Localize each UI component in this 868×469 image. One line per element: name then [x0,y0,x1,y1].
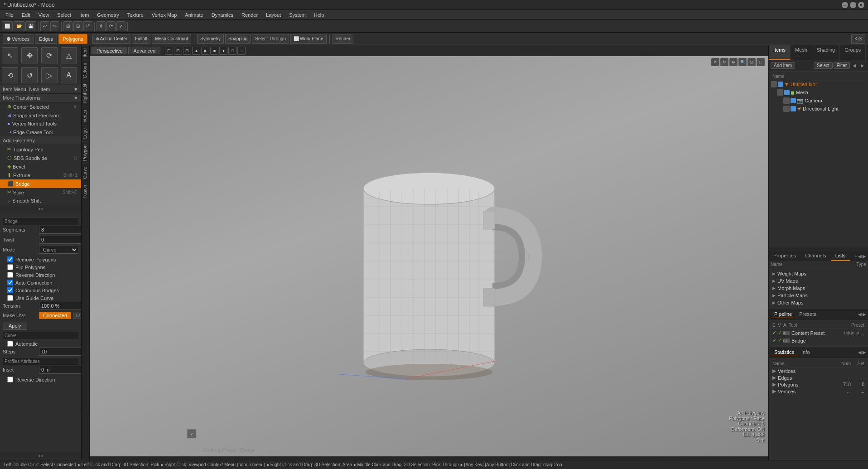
tool-move[interactable]: ✥ [96,21,106,31]
camera-label[interactable]: Camera [805,98,822,103]
vp-icon-3[interactable]: ■ [210,47,218,55]
properties-tab[interactable]: Properties [769,251,800,261]
groups-tab[interactable]: Groups [840,45,866,60]
smooth-shift-item[interactable]: ⬦ Smooth Shift [0,197,81,205]
snaps-precision-item[interactable]: ⊞ Snaps and Precision [0,111,81,120]
tool-scale[interactable]: ⤢ [116,21,125,31]
continuous-bridges-checkbox[interactable] [7,287,13,293]
edges-stats-item[interactable]: ▶ Edges ... ... [771,374,866,381]
morph-maps-item[interactable]: ▶ Morph Maps [771,285,866,292]
items-scrollbar[interactable] [769,247,868,251]
weight-maps-item[interactable]: ▶ Weight Maps [771,270,866,277]
pipeline-expand2-btn[interactable]: ▶ [863,312,866,317]
ribbon-tab-edge[interactable]: Edge [82,125,89,141]
select-button[interactable]: Select [814,62,833,69]
expand-bottom-btn[interactable]: >> [0,452,81,460]
close-button[interactable]: ✕ [858,2,864,8]
tool-new[interactable]: ⬜ [2,21,13,31]
vis-icon-camera[interactable] [783,97,790,104]
vp-nav-zoom[interactable]: 🔍 [738,58,747,66]
prop-collapse-btn[interactable]: ◀ [858,254,862,259]
pipeline-item-2[interactable]: ✓ ✓ m Bridge [771,337,866,344]
stats-expand2-btn[interactable]: ▶ [863,350,866,355]
action-center-button[interactable]: ⊕ Action Center [92,34,131,44]
particle-maps-item[interactable]: ▶ Particle Maps [771,292,866,299]
menu-animate[interactable]: Animate [181,11,207,19]
menu-layout[interactable]: Layout [262,11,285,19]
menu-render[interactable]: Render [238,11,261,19]
light-label[interactable]: Directional Light [803,106,839,111]
vp-icon-6[interactable]: ○ [237,47,246,55]
vp-icon-5[interactable]: □ [228,47,236,55]
tool-undo[interactable]: ↩ [40,21,49,31]
vertex-normal-item[interactable]: ● Vertex Normal Tools [0,120,81,128]
ribbon-tab-fusion[interactable]: Fusion [82,182,89,201]
kits-button[interactable]: Kits [851,34,865,44]
vp-nav-look[interactable]: ◎ [747,58,756,66]
vp-nav-rotate-ccw[interactable]: ↺ [711,58,719,66]
vp-icon-2[interactable]: ▶ [201,47,209,55]
render-icon-root[interactable] [778,82,783,87]
tool-b[interactable]: ↺ [21,67,38,83]
topology-pen-item[interactable]: ✏ Topology Pen [0,145,81,154]
uv-maps-item[interactable]: ▶ UV Maps [771,277,866,285]
pipeline-tab[interactable]: Pipeline [771,310,796,318]
menu-geometry[interactable]: Geometry [93,11,122,19]
info-tab[interactable]: Info [798,348,813,356]
menu-dynamics[interactable]: Dynamics [208,11,237,19]
vp-mode-1[interactable]: ⊡ [165,47,173,55]
twist-input[interactable] [39,236,81,244]
statistics-tab[interactable]: Statistics [771,348,798,356]
more-transforms-header[interactable]: More Transforms ▼ [0,94,81,102]
tool-loop[interactable]: ↺ [83,21,92,31]
snapping-button[interactable]: Snapping [225,34,251,44]
auto-connection-checkbox[interactable] [7,280,13,285]
segments-input[interactable] [39,226,81,234]
apply-button[interactable]: Apply [3,322,27,330]
panel-collapse-btn[interactable]: ◀ [851,63,858,68]
tool-move-3d[interactable]: ✥ [21,47,38,63]
menu-texture[interactable]: Texture [124,11,147,19]
advanced-tab[interactable]: Advanced [128,47,160,54]
pipeline-expand-btn[interactable]: ◀ [858,312,862,317]
tool-select[interactable]: ↖ [2,47,18,63]
ribbon-tab-deform[interactable]: Deform [82,60,89,81]
mesh-label[interactable]: Mesh [796,90,808,95]
tool-rotate-3d[interactable]: ⟳ [41,47,58,63]
menu-select[interactable]: Select [53,11,75,19]
reverse-direction2-checkbox[interactable] [7,377,13,382]
select-through-button[interactable]: Select Through [252,34,289,44]
remove-polygons-checkbox[interactable] [7,256,13,262]
vp-nav-square[interactable]: □ [757,58,765,66]
bevel-item[interactable]: ◈ Bevel [0,162,81,171]
vis-icon-light[interactable] [783,106,790,112]
use-guide-curve-checkbox[interactable] [7,295,13,301]
tool-d[interactable]: A [61,67,77,83]
render-button[interactable]: Render [333,34,354,44]
perspective-tab[interactable]: Perspective [92,47,127,54]
bridge-item[interactable]: ⬛ Bridge [0,179,81,188]
ribbon-tab-polygon[interactable]: Polygon [82,141,89,164]
tool-redo[interactable]: ↪ [50,21,59,31]
tool-select-all[interactable]: ⊞ [63,21,72,31]
render-icon-light[interactable] [791,106,796,111]
lists-tab[interactable]: Lists [831,251,850,261]
uv-u-btn[interactable]: U [73,312,81,319]
slice-item[interactable]: ✂ Slice Shift+C [0,188,81,197]
vertex-mode-button[interactable]: Vertices [3,34,34,44]
steps-input[interactable] [39,348,81,356]
tool-deselect[interactable]: ⊟ [73,21,82,31]
vp-nav-fit[interactable]: ⊕ [729,58,738,66]
shading-tab[interactable]: Shading [812,45,840,60]
root-file-label[interactable]: Untitled.lxo* [791,82,817,87]
work-plane-button[interactable]: ⬜ Work Plane [290,34,327,44]
tension-input[interactable] [39,302,81,310]
maximize-button[interactable]: □ [850,2,856,8]
automatic-checkbox[interactable] [7,341,13,347]
prop-expand-btn[interactable]: + [854,254,857,259]
vp-icon-4[interactable]: ● [219,47,227,55]
center-selected-item[interactable]: ⊕ Center Selected ▼ [0,102,81,111]
polygon-mode-button[interactable]: Polygons [58,34,87,44]
tool-rotate[interactable]: ⟳ [106,21,116,31]
tool-scale-3d[interactable]: △ [61,47,77,63]
